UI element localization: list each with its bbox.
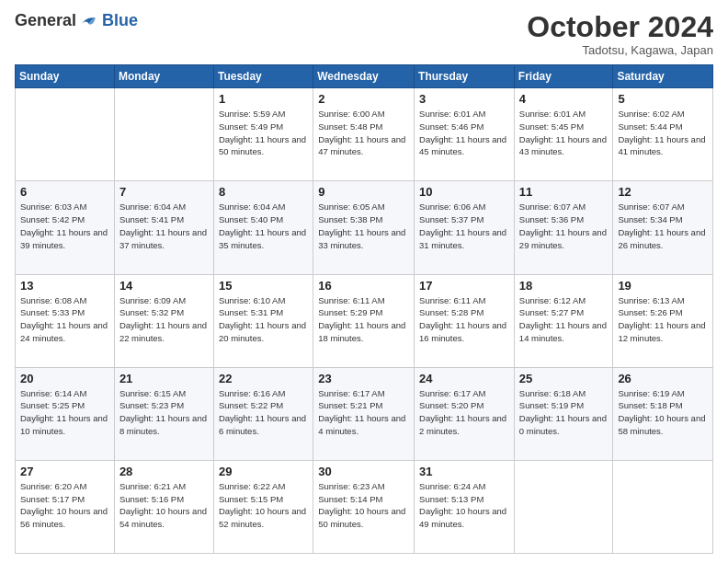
day-number: 19 [618, 279, 708, 293]
calendar-cell: 27Sunrise: 6:20 AM Sunset: 5:17 PM Dayli… [16, 460, 115, 553]
calendar-cell: 22Sunrise: 6:16 AM Sunset: 5:22 PM Dayli… [213, 367, 313, 460]
day-number: 13 [20, 279, 109, 293]
day-info: Sunrise: 6:23 AM Sunset: 5:14 PM Dayligh… [318, 480, 409, 531]
day-number: 17 [419, 279, 509, 293]
col-header-wednesday: Wednesday [313, 65, 415, 88]
calendar-cell: 18Sunrise: 6:12 AM Sunset: 5:27 PM Dayli… [514, 274, 613, 367]
calendar-cell: 1Sunrise: 5:59 AM Sunset: 5:49 PM Daylig… [213, 88, 313, 181]
col-header-tuesday: Tuesday [213, 65, 313, 88]
day-info: Sunrise: 6:22 AM Sunset: 5:15 PM Dayligh… [219, 480, 308, 531]
day-info: Sunrise: 6:10 AM Sunset: 5:31 PM Dayligh… [219, 294, 308, 345]
day-number: 11 [519, 185, 609, 199]
day-info: Sunrise: 6:13 AM Sunset: 5:26 PM Dayligh… [618, 294, 708, 345]
day-number: 25 [519, 372, 609, 385]
day-info: Sunrise: 6:05 AM Sunset: 5:38 PM Dayligh… [318, 201, 409, 251]
day-info: Sunrise: 6:04 AM Sunset: 5:40 PM Dayligh… [219, 201, 308, 251]
day-info: Sunrise: 6:04 AM Sunset: 5:41 PM Dayligh… [119, 201, 209, 251]
day-info: Sunrise: 6:18 AM Sunset: 5:19 PM Dayligh… [519, 387, 609, 438]
day-number: 26 [618, 372, 708, 385]
calendar-cell: 24Sunrise: 6:17 AM Sunset: 5:20 PM Dayli… [415, 367, 515, 460]
calendar-cell: 26Sunrise: 6:19 AM Sunset: 5:18 PM Dayli… [613, 367, 713, 460]
day-number: 15 [219, 279, 308, 293]
calendar-cell: 12Sunrise: 6:07 AM Sunset: 5:34 PM Dayli… [613, 181, 713, 274]
month-title: October 2024 [527, 11, 713, 43]
day-info: Sunrise: 6:01 AM Sunset: 5:46 PM Dayligh… [419, 108, 509, 158]
day-info: Sunrise: 6:15 AM Sunset: 5:23 PM Dayligh… [119, 387, 209, 438]
day-number: 30 [318, 465, 409, 478]
day-info: Sunrise: 6:20 AM Sunset: 5:17 PM Dayligh… [20, 480, 109, 531]
day-info: Sunrise: 6:11 AM Sunset: 5:29 PM Dayligh… [318, 294, 409, 345]
day-number: 9 [318, 185, 409, 199]
col-header-saturday: Saturday [613, 65, 713, 88]
col-header-friday: Friday [514, 65, 613, 88]
logo-general-text: General [15, 11, 76, 30]
calendar-header-row: SundayMondayTuesdayWednesdayThursdayFrid… [16, 65, 713, 88]
calendar-cell: 29Sunrise: 6:22 AM Sunset: 5:15 PM Dayli… [213, 460, 313, 553]
page-container: General Blue October 2024 Tadotsu, Kagaw… [0, 0, 728, 563]
col-header-monday: Monday [114, 65, 213, 88]
day-number: 28 [119, 465, 209, 478]
calendar-week-row: 20Sunrise: 6:14 AM Sunset: 5:25 PM Dayli… [16, 367, 713, 460]
day-number: 8 [219, 185, 308, 199]
day-number: 12 [618, 185, 708, 199]
day-info: Sunrise: 6:06 AM Sunset: 5:37 PM Dayligh… [419, 201, 509, 251]
calendar-cell [114, 88, 213, 181]
day-info: Sunrise: 6:11 AM Sunset: 5:28 PM Dayligh… [419, 294, 509, 345]
calendar-cell: 14Sunrise: 6:09 AM Sunset: 5:32 PM Dayli… [114, 274, 213, 367]
calendar-cell [16, 88, 115, 181]
calendar-cell [514, 460, 613, 553]
day-info: Sunrise: 6:02 AM Sunset: 5:44 PM Dayligh… [618, 108, 708, 158]
day-number: 7 [119, 185, 209, 199]
day-number: 20 [20, 372, 109, 385]
calendar-cell: 11Sunrise: 6:07 AM Sunset: 5:36 PM Dayli… [514, 181, 613, 274]
calendar-cell: 19Sunrise: 6:13 AM Sunset: 5:26 PM Dayli… [613, 274, 713, 367]
calendar-cell [613, 460, 713, 553]
logo-bird-icon [78, 13, 100, 29]
col-header-thursday: Thursday [415, 65, 515, 88]
calendar-cell: 4Sunrise: 6:01 AM Sunset: 5:45 PM Daylig… [514, 88, 613, 181]
day-info: Sunrise: 6:09 AM Sunset: 5:32 PM Dayligh… [119, 294, 209, 345]
day-info: Sunrise: 6:24 AM Sunset: 5:13 PM Dayligh… [419, 480, 509, 531]
day-number: 27 [20, 465, 109, 478]
day-info: Sunrise: 6:16 AM Sunset: 5:22 PM Dayligh… [219, 387, 308, 438]
calendar-week-row: 27Sunrise: 6:20 AM Sunset: 5:17 PM Dayli… [16, 460, 713, 553]
day-info: Sunrise: 6:07 AM Sunset: 5:36 PM Dayligh… [519, 201, 609, 251]
title-area: October 2024 Tadotsu, Kagawa, Japan [527, 11, 713, 57]
calendar-cell: 17Sunrise: 6:11 AM Sunset: 5:28 PM Dayli… [415, 274, 515, 367]
day-number: 4 [519, 92, 609, 106]
calendar-cell: 28Sunrise: 6:21 AM Sunset: 5:16 PM Dayli… [114, 460, 213, 553]
day-info: Sunrise: 6:00 AM Sunset: 5:48 PM Dayligh… [318, 108, 409, 158]
calendar-cell: 13Sunrise: 6:08 AM Sunset: 5:33 PM Dayli… [16, 274, 115, 367]
day-number: 24 [419, 372, 509, 385]
calendar-cell: 30Sunrise: 6:23 AM Sunset: 5:14 PM Dayli… [313, 460, 415, 553]
day-number: 3 [419, 92, 509, 106]
calendar-cell: 5Sunrise: 6:02 AM Sunset: 5:44 PM Daylig… [613, 88, 713, 181]
day-number: 21 [119, 372, 209, 385]
day-number: 2 [318, 92, 409, 106]
day-number: 29 [219, 465, 308, 478]
calendar-cell: 3Sunrise: 6:01 AM Sunset: 5:46 PM Daylig… [415, 88, 515, 181]
calendar-cell: 25Sunrise: 6:18 AM Sunset: 5:19 PM Dayli… [514, 367, 613, 460]
calendar-cell: 16Sunrise: 6:11 AM Sunset: 5:29 PM Dayli… [313, 274, 415, 367]
day-info: Sunrise: 6:03 AM Sunset: 5:42 PM Dayligh… [20, 201, 109, 251]
calendar-week-row: 1Sunrise: 5:59 AM Sunset: 5:49 PM Daylig… [16, 88, 713, 181]
calendar-cell: 23Sunrise: 6:17 AM Sunset: 5:21 PM Dayli… [313, 367, 415, 460]
calendar-cell: 10Sunrise: 6:06 AM Sunset: 5:37 PM Dayli… [415, 181, 515, 274]
day-info: Sunrise: 6:21 AM Sunset: 5:16 PM Dayligh… [119, 480, 209, 531]
location-subtitle: Tadotsu, Kagawa, Japan [527, 43, 713, 57]
calendar-cell: 6Sunrise: 6:03 AM Sunset: 5:42 PM Daylig… [16, 181, 115, 274]
calendar-cell: 2Sunrise: 6:00 AM Sunset: 5:48 PM Daylig… [313, 88, 415, 181]
day-number: 31 [419, 465, 509, 478]
calendar-cell: 8Sunrise: 6:04 AM Sunset: 5:40 PM Daylig… [213, 181, 313, 274]
col-header-sunday: Sunday [16, 65, 115, 88]
day-number: 5 [618, 92, 708, 106]
calendar-cell: 15Sunrise: 6:10 AM Sunset: 5:31 PM Dayli… [213, 274, 313, 367]
day-info: Sunrise: 6:17 AM Sunset: 5:20 PM Dayligh… [419, 387, 509, 438]
day-number: 6 [20, 185, 109, 199]
day-info: Sunrise: 6:12 AM Sunset: 5:27 PM Dayligh… [519, 294, 609, 345]
logo-blue-text: Blue [102, 11, 138, 30]
calendar-cell: 20Sunrise: 6:14 AM Sunset: 5:25 PM Dayli… [16, 367, 115, 460]
calendar-cell: 9Sunrise: 6:05 AM Sunset: 5:38 PM Daylig… [313, 181, 415, 274]
day-info: Sunrise: 5:59 AM Sunset: 5:49 PM Dayligh… [219, 108, 308, 158]
calendar-week-row: 6Sunrise: 6:03 AM Sunset: 5:42 PM Daylig… [16, 181, 713, 274]
